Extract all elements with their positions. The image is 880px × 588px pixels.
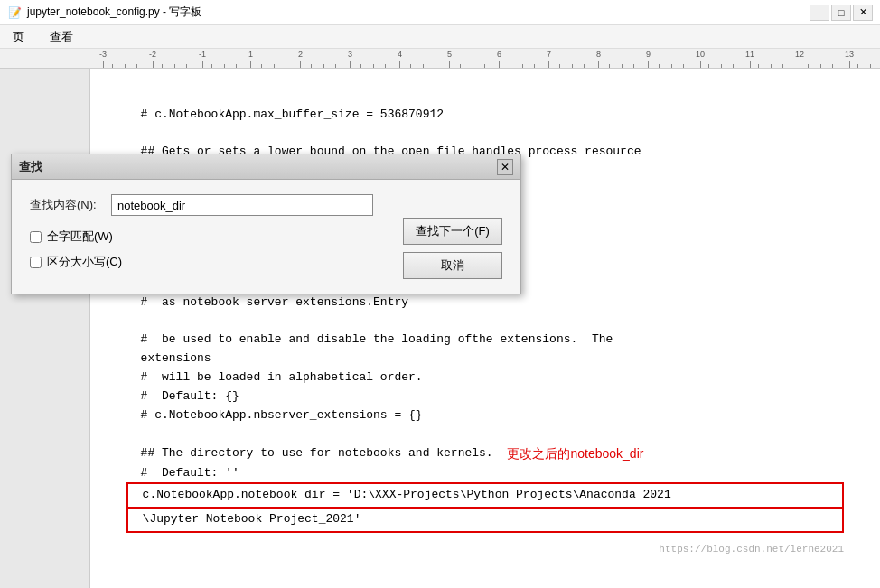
menu-view[interactable]: 查看 [44,27,79,47]
ruler-minor-tick [186,64,187,68]
ruler-minor-tick [534,64,535,68]
ruler-minor-tick [473,64,473,68]
ruler-minor-tick [708,64,709,68]
ruler-minor-tick [782,64,783,68]
ruler-minor-tick [659,64,660,68]
ruler-minor-tick [261,64,262,68]
ruler-minor-tick [622,64,623,68]
annotation-text: 更改之后的notebook_dir [507,443,643,463]
code-line [126,87,844,106]
ruler-minor-tick [435,64,435,68]
code-line: # c.NotebookApp.nbserver_extensions = {} [126,406,844,425]
code-line: # Default: {} [126,387,844,406]
ruler-minor-tick [584,64,585,68]
ruler-mark: 10 [696,50,705,68]
minimize-button[interactable]: — [810,5,829,21]
left-margin [0,69,90,588]
ruler-minor-tick [758,64,759,68]
ruler-minor-tick [236,64,237,68]
search-row: 查找内容(N): [30,194,502,216]
directory-comment: ## The directory to use for notebooks an… [126,444,500,463]
ruler-mark: -2 [149,50,156,68]
ruler-mark: 5 [447,50,452,68]
ruler-mark: 2 [298,50,303,68]
ruler-minor-tick [410,64,411,68]
search-label: 查找内容(N): [30,197,111,213]
ruler-minor-tick [125,64,126,68]
menu-bar: 页 查看 [0,25,880,49]
app-icon: 📝 [7,5,22,20]
cancel-button[interactable]: 取消 [403,252,502,279]
code-line: extensions [126,350,844,369]
ruler-mark: 4 [398,50,402,68]
code-line [126,125,844,144]
ruler-minor-tick [112,64,113,68]
whole-word-checkbox[interactable] [30,231,42,243]
ruler-minor-tick [733,64,734,68]
ruler-minor-tick [522,64,523,68]
case-sensitive-checkbox[interactable] [30,257,42,268]
find-next-button[interactable]: 查找下一个(F) [403,218,502,245]
ruler-minor-tick [286,64,286,68]
ruler-minor-tick [771,64,772,68]
code-line: # Default: '' [126,464,844,483]
code-line: # will be loaded in alphabetical order. [126,369,844,387]
ruler-minor-tick [671,64,672,68]
ruler-minor-tick [721,64,722,68]
ruler-mark: 6 [497,50,501,68]
ruler-mark: 7 [547,50,551,68]
whole-word-label: 全字匹配(W) [47,229,113,245]
ruler-minor-tick [683,64,684,68]
ruler-minor-tick [609,64,610,68]
ruler-minor-tick [510,64,510,68]
code-line: ## The directory to use for notebooks an… [126,443,844,463]
ruler-minor-tick [211,64,212,68]
watermark: https://blog.csdn.net/lerne2021 [126,542,844,558]
ruler-mark: 8 [596,50,601,68]
ruler-minor-tick [373,64,374,68]
content-wrapper: # c.NotebookApp.max_buffer_size = 536870… [0,69,880,588]
search-input[interactable] [111,194,373,216]
ruler-minor-tick [274,64,275,68]
maximize-button[interactable]: □ [831,5,851,21]
code-line: # be used to enable and disable the load… [126,331,844,350]
ruler-minor-tick [311,64,312,68]
ruler-content: -3-2-1123456789101112131415 [90,49,880,68]
ruler-minor-tick [335,64,336,68]
title-bar-buttons: — □ ✕ [810,5,873,21]
dialog-title: 查找 [19,159,42,175]
dialog-buttons: 查找下一个(F) 取消 [403,218,502,279]
ruler-minor-tick [559,64,560,68]
ruler-minor-tick [820,64,821,68]
text-area[interactable]: # c.NotebookApp.max_buffer_size = 536870… [90,69,880,588]
ruler-minor-tick [162,64,163,68]
ruler-mark: 9 [646,50,651,68]
dialog-title-bar[interactable]: 查找 ✕ [12,154,520,180]
code-line: # as notebook server extensions.Entry [126,294,844,313]
ruler-minor-tick [808,64,809,68]
menu-page[interactable]: 页 [7,27,30,47]
ruler-mark: -3 [99,50,107,68]
ruler-minor-tick [460,64,461,68]
case-sensitive-label: 区分大小写(C) [47,254,122,270]
dialog-close-button[interactable]: ✕ [497,159,513,175]
ruler-mark: 3 [348,50,352,68]
ruler-mark: 1 [248,50,253,68]
ruler-minor-tick [832,64,833,68]
ruler-minor-tick [385,64,386,68]
ruler-minor-tick [136,64,137,68]
highlighted-code-line-2: \Jupyter Notebook Project_2021' [126,509,844,533]
ruler-mark: 12 [795,50,804,68]
find-dialog: 查找 ✕ 查找内容(N): 全字匹配(W) 区分大小写(C) 查找下一个(F) … [11,154,521,294]
ruler-minor-tick [633,64,634,68]
highlighted-code-line: c.NotebookApp.notebook_dir = 'D:\XXX-Pro… [126,482,844,509]
ruler-mark: 11 [745,50,754,68]
ruler: -3-2-1123456789101112131415 [0,49,880,69]
ruler-minor-tick [572,64,573,68]
close-button[interactable]: ✕ [853,5,873,21]
ruler-minor-tick [323,64,324,68]
title-bar: 📝 jupyter_notebook_config.py - 写字板 — □ ✕ [0,0,880,25]
ruler-mark: 13 [845,50,854,68]
ruler-minor-tick [423,64,424,68]
title-bar-text: jupyter_notebook_config.py - 写字板 [27,5,810,20]
